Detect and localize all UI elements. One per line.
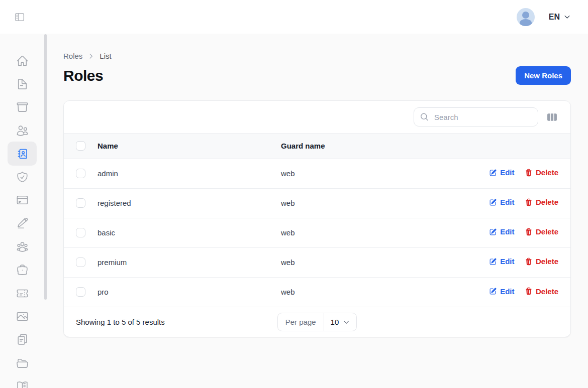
table-row: pro web Edit Delete <box>64 277 570 307</box>
table-row: basic web Edit Delete <box>64 218 570 247</box>
page-title: Roles <box>63 67 103 84</box>
delete-button[interactable]: Delete <box>525 198 558 206</box>
sidebar-item-shield[interactable] <box>0 165 44 188</box>
breadcrumb-list: List <box>100 52 111 60</box>
sidebar-item-briefcase[interactable] <box>0 258 44 282</box>
sidebar-toggle-button[interactable] <box>14 11 26 23</box>
delete-label: Delete <box>536 287 558 296</box>
sidebar-item-roles[interactable] <box>0 142 44 165</box>
row-guard: web <box>281 159 440 188</box>
sidebar-item-users[interactable] <box>0 119 44 142</box>
main-content: Roles List Roles New Roles <box>44 34 588 388</box>
row-guard: web <box>281 218 440 247</box>
delete-label: Delete <box>536 257 558 266</box>
edit-button[interactable]: Edit <box>489 168 514 177</box>
row-name: admin <box>97 159 281 188</box>
sidebar-item-archive[interactable] <box>0 96 44 119</box>
table-row: premium web Edit Delete <box>64 247 570 277</box>
delete-label: Delete <box>536 227 558 236</box>
row-guard: web <box>281 188 440 218</box>
chevron-down-icon <box>563 13 571 21</box>
per-page-label: Per page <box>278 313 324 331</box>
row-checkbox[interactable] <box>76 257 85 267</box>
users-icon <box>16 124 29 137</box>
language-dropdown[interactable]: EN <box>549 13 571 22</box>
search-icon <box>420 112 429 122</box>
sidebar-item-document[interactable] <box>0 72 44 95</box>
sidebar-item-pages[interactable] <box>0 328 44 351</box>
document-icon <box>16 78 29 90</box>
view-columns-icon <box>547 112 557 122</box>
pencil-icon <box>16 217 29 230</box>
per-page-select[interactable]: Per page 10 <box>277 313 357 331</box>
toggle-columns-button[interactable] <box>547 112 557 122</box>
delete-icon <box>525 287 533 295</box>
book-open-icon <box>16 380 29 388</box>
chevron-down-icon <box>343 319 350 326</box>
home-icon <box>16 55 29 67</box>
roles-table: Name Guard name admin web Edit <box>64 134 570 307</box>
row-name: pro <box>97 277 281 307</box>
table-row: admin web Edit Delete <box>64 159 570 188</box>
archive-box-icon <box>16 101 29 113</box>
sidebar-toggle-icon <box>14 11 26 23</box>
sidebar-item-files[interactable] <box>0 351 44 374</box>
document-duplicate-icon <box>16 333 29 346</box>
sidebar-item-docs[interactable] <box>0 374 44 388</box>
sidebar-item-ticket[interactable] <box>0 282 44 305</box>
edit-button[interactable]: Edit <box>489 198 514 206</box>
roles-table-card: Name Guard name admin web Edit <box>63 100 571 337</box>
sidebar-item-payments[interactable] <box>0 189 44 212</box>
edit-button[interactable]: Edit <box>489 227 514 236</box>
row-name: premium <box>97 247 281 277</box>
language-label: EN <box>549 13 560 22</box>
column-header-name[interactable]: Name <box>97 134 281 159</box>
sidebar-item-edit[interactable] <box>0 212 44 235</box>
delete-button[interactable]: Delete <box>525 168 558 177</box>
per-page-value: 10 <box>331 318 339 326</box>
edit-icon <box>489 287 497 295</box>
delete-icon <box>525 257 533 266</box>
topbar: EN <box>0 0 588 34</box>
sidebar-item-media[interactable] <box>0 305 44 328</box>
row-checkbox[interactable] <box>76 228 85 237</box>
breadcrumb: Roles List <box>63 52 571 60</box>
breadcrumb-roles[interactable]: Roles <box>63 52 82 60</box>
edit-label: Edit <box>500 287 514 296</box>
row-checkbox[interactable] <box>76 198 85 208</box>
edit-icon <box>489 169 497 177</box>
row-checkbox[interactable] <box>76 287 85 297</box>
delete-icon <box>525 198 533 206</box>
delete-button[interactable]: Delete <box>525 227 558 236</box>
edit-button[interactable]: Edit <box>489 287 514 296</box>
edit-label: Edit <box>500 198 514 206</box>
column-header-guard[interactable]: Guard name <box>281 134 440 159</box>
table-header-row: Name Guard name <box>64 134 570 159</box>
row-guard: web <box>281 247 440 277</box>
edit-label: Edit <box>500 168 514 177</box>
select-all-checkbox[interactable] <box>76 141 85 151</box>
sidebar-scrollbar[interactable] <box>44 34 47 300</box>
briefcase-icon <box>16 264 29 276</box>
sidebar <box>0 34 44 388</box>
delete-label: Delete <box>536 198 558 206</box>
row-guard: web <box>281 277 440 307</box>
sidebar-item-user-group[interactable] <box>0 235 44 258</box>
edit-icon <box>489 257 497 266</box>
row-checkbox[interactable] <box>76 169 85 178</box>
user-avatar[interactable] <box>517 8 535 26</box>
row-name: basic <box>97 218 281 247</box>
folder-open-icon <box>16 357 29 369</box>
new-roles-button[interactable]: New Roles <box>516 66 571 85</box>
sidebar-item-home[interactable] <box>0 49 44 72</box>
user-group-icon <box>16 240 29 253</box>
delete-icon <box>525 228 533 236</box>
edit-icon <box>489 198 497 206</box>
results-summary: Showing 1 to 5 of 5 results <box>76 318 277 326</box>
delete-button[interactable]: Delete <box>525 257 558 266</box>
search-input[interactable] <box>414 107 538 126</box>
photo-icon <box>16 310 29 323</box>
chevron-right-icon <box>87 53 94 60</box>
delete-button[interactable]: Delete <box>525 287 558 296</box>
edit-button[interactable]: Edit <box>489 257 514 266</box>
